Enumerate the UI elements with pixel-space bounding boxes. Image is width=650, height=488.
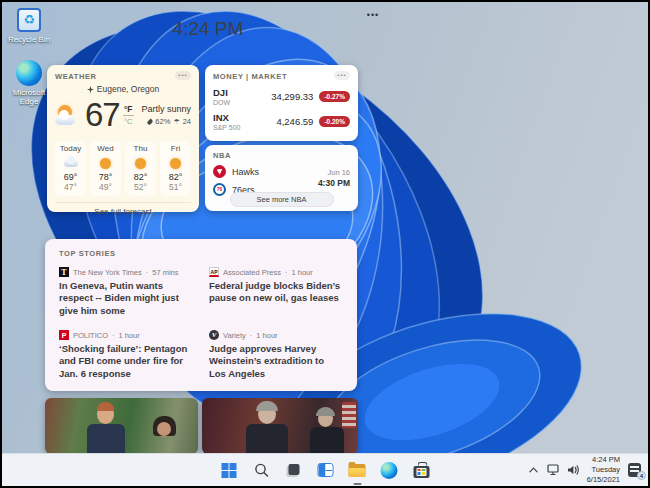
weather-location: Eugene, Oregon — [97, 84, 159, 94]
tray-date: 6/15/2021 — [587, 475, 620, 485]
taskbar: 4:24 PM Tuesday 6/15/2021 4 — [2, 453, 648, 486]
market-card-title: MONEY | MARKET — [213, 72, 350, 81]
story-age: 1 hour — [119, 331, 140, 340]
76ers-logo-icon: 76 — [213, 183, 226, 196]
sunny-icon — [90, 156, 121, 170]
notification-button[interactable]: 4 — [626, 463, 643, 477]
search-icon — [253, 462, 269, 478]
desktop-screen: ♻ Recycle Bin Microsoft Edge 4:24 PM •••… — [0, 0, 650, 488]
tray-time: 4:24 PM — [587, 455, 620, 465]
edge-icon — [15, 59, 43, 86]
weather-temperature: 67 — [85, 96, 120, 134]
ap-logo-icon: AP — [209, 267, 219, 277]
meta-separator: · — [112, 331, 115, 340]
weather-condition: Partly sunny — [141, 104, 191, 114]
edge-shortcut-label: Microsoft Edge — [5, 88, 53, 106]
edge-shortcut[interactable]: Microsoft Edge — [5, 59, 53, 106]
file-explorer-button[interactable] — [345, 458, 370, 483]
meta-separator: · — [285, 268, 288, 277]
network-icon — [547, 464, 561, 476]
recycle-bin-shortcut[interactable]: ♻ Recycle Bin — [5, 6, 53, 44]
notification-badge: 4 — [637, 471, 646, 480]
story-item-politico[interactable]: P POLITICO · 1 hour ‘Shocking failure’: … — [59, 330, 193, 380]
see-full-forecast-link[interactable]: See full forecast — [55, 202, 191, 216]
news-photo-left[interactable] — [45, 398, 198, 454]
network-button[interactable] — [547, 462, 561, 478]
story-item-variety[interactable]: V Variety · 1 hour Judge approves Harvey… — [209, 330, 343, 380]
market-card[interactable]: MONEY | MARKET ••• DJI DOW 34,299.33 -0.… — [205, 65, 358, 141]
start-button[interactable] — [217, 458, 242, 483]
story-headline[interactable]: Federal judge blocks Biden’s pause on ne… — [209, 280, 343, 305]
search-button[interactable] — [249, 458, 274, 483]
task-view-icon — [285, 462, 302, 479]
us-flag-detail — [342, 402, 356, 428]
humidity-value: 62% — [155, 117, 170, 126]
unit-fahrenheit[interactable]: °F — [123, 104, 134, 114]
nba-card[interactable]: NBA Hawks 76 76ers Jun 16 4:30 PM See mo… — [205, 145, 358, 211]
story-item-ap[interactable]: AP Associated Press · 1 hour Federal jud… — [209, 267, 343, 317]
forecast-day-fri[interactable]: Fri 82° 51° — [160, 141, 191, 196]
windows-logo-icon — [222, 463, 237, 478]
story-headline[interactable]: ‘Shocking failure’: Pentagon and FBI com… — [59, 343, 193, 380]
humidity-drop-icon — [147, 118, 154, 125]
change-badge: -0.27% — [319, 91, 350, 102]
location-icon — [87, 86, 94, 93]
edge-icon — [381, 462, 398, 479]
widgets-button[interactable] — [313, 458, 338, 483]
tray-clock[interactable]: 4:24 PM Tuesday 6/15/2021 — [587, 455, 620, 484]
unit-celsius[interactable]: °C — [123, 117, 134, 126]
top-stories-title: TOP STORIES — [59, 249, 343, 258]
team-row-hawks[interactable]: Hawks — [213, 165, 259, 178]
politico-logo-icon: P — [59, 330, 69, 340]
top-stories-card: TOP STORIES T The New York Times · 57 mi… — [45, 239, 357, 391]
task-view-button[interactable] — [281, 458, 306, 483]
cloudy-icon — [55, 156, 86, 170]
forecast-day-today[interactable]: Today 69° 47° — [55, 141, 86, 196]
story-source: POLITICO — [73, 331, 108, 340]
hawks-logo-icon — [213, 165, 226, 178]
market-menu-button[interactable]: ••• — [334, 71, 350, 80]
game-date: Jun 16 — [318, 168, 350, 177]
recycle-bin-label: Recycle Bin — [8, 35, 50, 44]
forecast-day-wed[interactable]: Wed 78° 49° — [90, 141, 121, 196]
store-button[interactable] — [409, 458, 434, 483]
see-more-nba-button[interactable]: See more NBA — [230, 192, 334, 207]
unit-toggle[interactable]: °F °C — [123, 104, 134, 126]
partly-sunny-icon — [55, 105, 81, 125]
market-row-inx[interactable]: INX S&P 500 4,246.59 -0.20% — [213, 112, 350, 131]
umbrella-icon: ☂ — [173, 118, 179, 126]
story-source: Variety — [223, 331, 246, 340]
story-age: 1 hour — [291, 268, 312, 277]
weather-card[interactable]: WEATHER ••• Eugene, Oregon 67 °F °C Part… — [47, 65, 199, 212]
volume-button[interactable] — [567, 462, 581, 478]
forecast-day-thu[interactable]: Thu 82° 52° — [125, 141, 156, 196]
story-item-nyt[interactable]: T The New York Times · 57 mins In Geneva… — [59, 267, 193, 317]
tray-chevron-button[interactable] — [527, 462, 541, 478]
edge-button[interactable] — [377, 458, 402, 483]
news-photo-right[interactable] — [202, 398, 358, 454]
chevron-up-icon — [529, 467, 538, 473]
nba-card-title: NBA — [213, 151, 350, 160]
widgets-icon — [317, 463, 333, 477]
nyt-logo-icon: T — [59, 267, 69, 277]
open-app-indicator — [353, 483, 361, 485]
weather-card-title: WEATHER — [55, 72, 191, 81]
game-time: 4:30 PM — [318, 178, 350, 188]
story-headline[interactable]: In Geneva, Putin wants respect -- Biden … — [59, 280, 193, 317]
story-age: 1 hour — [256, 331, 277, 340]
tray-day: Tuesday — [587, 465, 620, 475]
market-row-dji[interactable]: DJI DOW 34,299.33 -0.27% — [213, 87, 350, 106]
widgets-panel-menu[interactable]: ••• — [361, 10, 385, 24]
precip-index: 24 — [183, 117, 191, 126]
meta-separator: · — [250, 331, 253, 340]
story-source: Associated Press — [223, 268, 281, 277]
story-source: The New York Times — [73, 268, 142, 277]
microsoft-store-icon — [413, 466, 429, 478]
speaker-icon — [567, 464, 580, 476]
story-headline[interactable]: Judge approves Harvey Weinstein’s extrad… — [209, 343, 343, 380]
variety-logo-icon: V — [209, 330, 219, 340]
recycle-bin-icon: ♻ — [15, 6, 43, 33]
change-badge: -0.20% — [319, 116, 350, 127]
weather-menu-button[interactable]: ••• — [175, 71, 191, 80]
folder-icon — [349, 464, 366, 477]
